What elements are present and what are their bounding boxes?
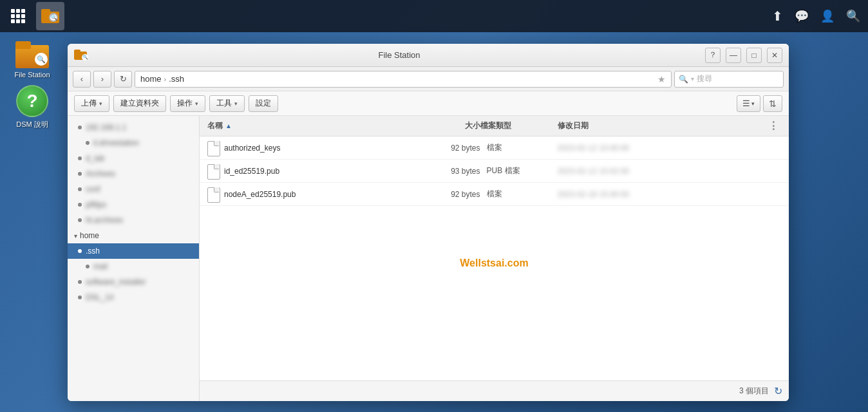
new-folder-button[interactable]: 建立資料夾 [113, 95, 166, 112]
desktop: 🔍 ⬆ 💬 👤 🔍 🔍 File Station ? DSM 說明 [0, 0, 868, 412]
table-row[interactable]: id_ed25519.pub 93 bytes PUB 檔案 2023-02-1… [200, 160, 789, 183]
sidebar: 192.168.1.1 it.drivestation d_lab Archiv… [68, 116, 200, 401]
window-close-button[interactable]: ✕ [767, 48, 782, 63]
back-button[interactable]: ‹ [73, 71, 91, 88]
file-icon-2 [207, 164, 219, 178]
watermark: Wellstsai.com [460, 258, 528, 283]
sidebar-item-3[interactable]: d_lab [68, 151, 199, 166]
sidebar-item-5[interactable]: conf [68, 182, 199, 197]
column-date[interactable]: 修改日期 [558, 120, 766, 131]
window-maximize-button[interactable]: □ [746, 48, 762, 63]
sidebar-item-6[interactable]: plfttps [68, 197, 199, 212]
taskbar-file-station-app[interactable]: 🔍 [36, 2, 64, 30]
sidebar-label-3: d_lab [86, 154, 104, 163]
sidebar-label-10: DSL_14 [86, 293, 113, 302]
window-title-search-icon: 🔍 [82, 54, 88, 61]
file-list-area: 名稱 ▲ 大小 檔案類型 修改日期 ⋮ [200, 116, 789, 401]
dsm-help-icon: ? [16, 85, 48, 117]
sidebar-home-expand[interactable]: ▾ home [68, 228, 199, 243]
sidebar-item-7[interactable]: ht.archives [68, 212, 199, 228]
apps-grid-icon [11, 9, 25, 23]
upload-label: 上傳 [81, 98, 97, 109]
sidebar-dot-2 [86, 141, 90, 145]
window-minimize-button[interactable]: — [726, 48, 741, 63]
list-view-dropdown: ▾ [751, 100, 755, 107]
table-row[interactable]: authorized_keys 92 bytes 檔案 2023-02-12 1… [200, 136, 789, 160]
sidebar-dot-7 [78, 218, 82, 222]
tools-label: 工具 [216, 98, 232, 109]
column-size[interactable]: 大小 [416, 120, 480, 131]
settings-label: 設定 [256, 98, 271, 109]
file-type-3: 檔案 [480, 189, 558, 200]
settings-button[interactable]: 設定 [249, 95, 278, 112]
action-bar: 上傳 ▾ 建立資料夾 操作 ▾ 工具 ▾ 設定 ☰ ▾ [68, 91, 789, 116]
column-options[interactable]: ⋮ [766, 120, 781, 132]
sidebar-item-9[interactable]: software_installer [68, 274, 199, 290]
upload-button[interactable]: 上傳 ▾ [74, 95, 109, 112]
sidebar-dot-ssh [78, 249, 82, 253]
path-bar[interactable]: home › .ssh ★ [135, 71, 672, 88]
search-box[interactable]: 🔍 ▾ 搜尋 [674, 71, 784, 88]
desktop-icon-file-station[interactable]: 🔍 File Station [6, 39, 58, 79]
new-folder-label: 建立資料夾 [120, 98, 159, 109]
status-refresh-button[interactable]: ↻ [774, 385, 782, 397]
sidebar-label-4: Archives [86, 169, 115, 178]
tools-button[interactable]: 工具 ▾ [209, 95, 245, 112]
sidebar-item-1[interactable]: 192.168.1.1 [68, 120, 199, 135]
file-date-1: 2023-02-12 10:00:00 [558, 144, 766, 153]
sidebar-item-4[interactable]: Archives [68, 166, 199, 182]
path-ssh: .ssh [169, 74, 184, 84]
forward-button[interactable]: › [93, 71, 111, 88]
file-icon-1 [207, 141, 219, 155]
sort-name-arrow: ▲ [225, 122, 232, 129]
user-icon[interactable]: 👤 [820, 9, 835, 23]
sidebar-item-10[interactable]: DSL_14 [68, 290, 199, 305]
file-list-body: authorized_keys 92 bytes 檔案 2023-02-12 1… [200, 136, 789, 380]
sidebar-label-6: plfttps [86, 200, 106, 209]
window-controls: ？ — □ ✕ [705, 48, 782, 63]
path-favorite-star[interactable]: ★ [657, 74, 666, 84]
sidebar-item-2[interactable]: it.drivestation [68, 135, 199, 151]
chat-icon[interactable]: 💬 [795, 9, 809, 23]
column-size-label: 大小 [465, 121, 480, 130]
list-view-button[interactable]: ☰ ▾ [737, 95, 760, 112]
desktop-icon-dsm-help[interactable]: ? DSM 說明 [6, 85, 58, 129]
file-station-search-icon: 🔍 [35, 53, 48, 66]
column-name[interactable]: 名稱 ▲ [207, 120, 416, 131]
sidebar-dot-10 [78, 295, 82, 299]
sidebar-item-ssh[interactable]: .ssh [68, 243, 199, 259]
window-help-button[interactable]: ？ [705, 48, 721, 63]
sidebar-dot-6 [78, 203, 82, 207]
column-name-label: 名稱 [207, 120, 223, 131]
sidebar-label-ssh: .ssh [86, 247, 100, 256]
sidebar-label-5: conf [86, 185, 100, 194]
sidebar-label-9: software_installer [86, 277, 146, 286]
file-station-label: File Station [14, 71, 50, 79]
taskbar-left: 🔍 [0, 0, 70, 32]
search-box-icon: 🔍 [679, 75, 688, 84]
refresh-button[interactable]: ↻ [114, 71, 132, 88]
sidebar-dot-8 [86, 265, 90, 268]
file-type-2: PUB 檔案 [480, 165, 558, 176]
sidebar-home-label: home [80, 231, 99, 240]
sidebar-label-8: mail [93, 262, 108, 271]
search-icon[interactable]: 🔍 [846, 9, 860, 23]
sort-button[interactable]: ⇅ [763, 95, 782, 112]
window-content: 192.168.1.1 it.drivestation d_lab Archiv… [68, 116, 789, 401]
window-title: File Station [93, 50, 705, 60]
sidebar-label-2: it.drivestation [93, 138, 139, 147]
table-row[interactable]: nodeA_ed25519.pub 92 bytes 檔案 2023-02-18… [200, 183, 789, 206]
expand-arrow-icon: ▾ [74, 232, 77, 239]
file-list-header: 名稱 ▲ 大小 檔案類型 修改日期 ⋮ [200, 116, 789, 136]
sidebar-dot-4 [78, 172, 82, 176]
file-station-search-overlay-icon: 🔍 [49, 13, 58, 22]
column-type[interactable]: 檔案類型 [480, 120, 558, 131]
sidebar-label-1: 192.168.1.1 [86, 123, 126, 132]
sidebar-dot-5 [78, 187, 82, 191]
upload-icon[interactable]: ⬆ [772, 8, 783, 24]
apps-menu-button[interactable] [5, 0, 31, 32]
action-button[interactable]: 操作 ▾ [170, 95, 205, 112]
taskbar: 🔍 ⬆ 💬 👤 🔍 [0, 0, 868, 32]
path-home: home [140, 74, 162, 84]
sidebar-item-8[interactable]: mail [68, 259, 199, 274]
